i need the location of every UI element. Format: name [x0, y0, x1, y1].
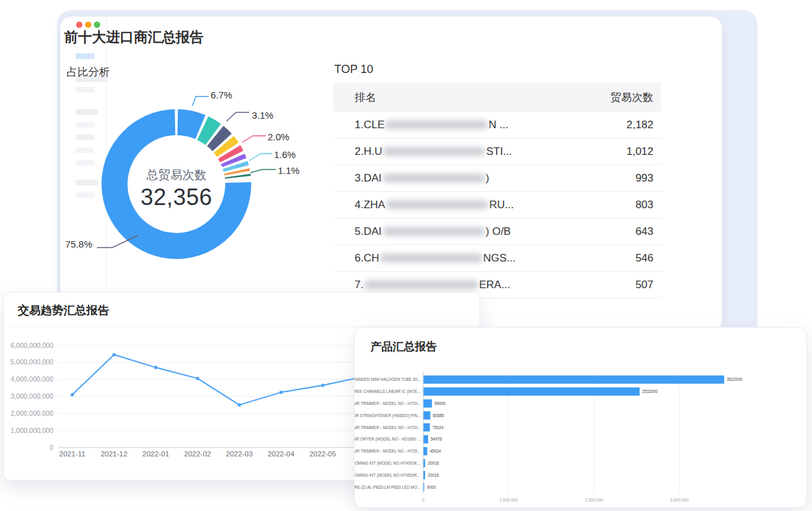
trend-x-tick: 2021-12 [101, 450, 128, 458]
product-bar-chart: 01,000,0002,000,0003,000,000UNBRANDED MI… [355, 328, 807, 508]
table-row[interactable]: 6.CHNGS...546 [333, 245, 661, 272]
pie-label-1-1: 1.1% [278, 165, 299, 176]
importer-name: 5.DAI) O/B [355, 225, 511, 238]
trade-count: 993 [636, 172, 653, 185]
product-bar[interactable] [424, 471, 426, 479]
page-title: 前十大进口商汇总报告 [64, 28, 204, 47]
product-bar[interactable] [424, 387, 640, 395]
redacted-text [381, 254, 482, 262]
table-row[interactable]: 3.DAI)993 [333, 165, 661, 192]
product-bar[interactable] [424, 399, 432, 408]
importer-name-prefix: 1.CLE [355, 119, 384, 131]
table-row[interactable]: 2.H.USTI...1,012 [333, 138, 661, 165]
importer-name-suffix: ERA... [479, 279, 510, 291]
product-x-tick: 0 [422, 498, 424, 502]
product-value-label: 9000 [427, 485, 436, 489]
table-header-row: 排名 贸易次数 [333, 83, 661, 112]
importer-name-suffix: RU... [489, 199, 514, 211]
pie-section-title: 占比分析 [67, 65, 110, 79]
trend-y-tick: 5,000,000,000 [11, 358, 53, 366]
importer-name-prefix: 2.H.U [355, 145, 382, 158]
trend-data-point[interactable] [238, 403, 241, 406]
product-bar[interactable] [424, 435, 428, 444]
product-category-label: HAIR DRYER (MODEL NO - HD1600 ... [355, 437, 421, 442]
redacted-text [383, 227, 485, 236]
product-x-tick: 1,000,000 [499, 498, 518, 502]
product-category-label: HRE-22-AL-PB33-LM PB33 LED MO... [355, 485, 421, 489]
trend-y-tick: 1,000,000,000 [11, 427, 53, 434]
trade-count: 803 [636, 199, 653, 211]
trend-y-tick: 0 [49, 444, 53, 451]
product-category-label: GROOMING KIT (MODEL NO.HT4500K... [355, 473, 421, 478]
product-report-card: 产品汇总报告 01,000,0002,000,0003,000,000UNBRA… [354, 327, 807, 508]
table-row[interactable]: 4.ZHARU...803 [333, 192, 661, 218]
product-category-label: HAIR TRIMMER - MODEL NO - HT35... [355, 449, 421, 453]
product-bar[interactable] [424, 423, 430, 432]
product-x-tick: 2,000,000 [585, 498, 603, 502]
table-row[interactable]: 5.DAI) O/B643 [333, 218, 661, 245]
product-value-label: 2532000 [642, 389, 658, 394]
product-category-label: THREE CHANNELS LINEAR IC (INTE... [355, 389, 421, 394]
sidebar-item-active[interactable] [75, 53, 95, 59]
donut-center-value: 32,356 [113, 184, 240, 211]
trend-x-tick: 2022-01 [142, 450, 169, 458]
importer-name-suffix: ) O/B [486, 225, 511, 238]
product-value-label: 99000 [435, 401, 446, 406]
product-value-label: 45024 [430, 449, 442, 453]
trend-x-tick: 2022-04 [268, 450, 295, 458]
product-value-label: 20016 [428, 473, 439, 477]
trade-count: 2,182 [626, 119, 653, 131]
table-section-title: TOP 10 [334, 63, 373, 76]
importer-name-suffix: N ... [488, 119, 508, 131]
importer-name-prefix: 4.ZHA [355, 199, 385, 211]
redacted-text [386, 201, 488, 209]
trend-data-point[interactable] [70, 393, 74, 396]
trend-y-tick: 6,000,000,000 [11, 342, 53, 349]
pie-label-75-8: 75.8% [65, 239, 93, 249]
product-bar[interactable] [424, 376, 724, 384]
count-column-header: 贸易次数 [610, 90, 653, 105]
trend-data-point[interactable] [321, 383, 324, 387]
donut-chart: 6.7% 3.1% 2.0% 1.6% 1.1% 75.8% 总贸易次数 32,… [64, 79, 320, 269]
table-body: 1.CLEN ...2,1822.H.USTI...1,0123.DAI)993… [333, 112, 661, 298]
top10-table: 排名 贸易次数 1.CLEN ...2,1822.H.USTI...1,0123… [333, 83, 661, 298]
pie-label-1-6: 1.6% [274, 149, 296, 160]
product-value-label: 80585 [433, 413, 444, 418]
rank-column-header: 排名 [355, 90, 376, 105]
trend-y-tick: 2,000,000,000 [11, 409, 53, 417]
redacted-text [383, 174, 485, 182]
trend-data-point[interactable] [196, 376, 199, 380]
product-bar[interactable] [424, 483, 424, 491]
product-value-label: 54976 [431, 437, 442, 441]
product-category-label: HAIR TRIMMER - MODEL NO - HT20... [355, 425, 421, 430]
redacted-text [386, 121, 487, 129]
importer-name: 7.ERA... [355, 279, 510, 291]
trend-data-point[interactable] [154, 366, 157, 369]
product-category-label: GROOMING KIT (MODEL NO.HT4000K... [355, 461, 421, 466]
pie-label-3-1: 3.1% [252, 110, 273, 121]
product-bar[interactable] [424, 447, 428, 455]
trend-x-tick: 2022-05 [310, 450, 336, 458]
trade-count: 643 [636, 225, 653, 238]
trend-data-point[interactable] [279, 390, 282, 394]
importer-name-prefix: 3.DAI [355, 172, 382, 185]
importer-name-prefix: 7. [355, 279, 363, 291]
table-row[interactable]: 1.CLEN ...2,182 [333, 112, 661, 138]
importer-name-prefix: 6.CH [355, 252, 379, 265]
trend-x-tick: 2022-03 [226, 450, 252, 458]
importer-name: 3.DAI) [355, 172, 489, 185]
trend-y-tick: 4,000,000,000 [11, 375, 53, 383]
product-bar[interactable] [424, 459, 426, 467]
donut-center-label: 总贸易次数 [113, 167, 240, 183]
redacted-text [365, 281, 478, 289]
trend-y-tick: 3,000,000,000 [11, 392, 53, 400]
importer-name-suffix: STI... [486, 145, 512, 158]
importer-name-suffix: NGS... [483, 252, 516, 265]
trade-count: 546 [636, 252, 653, 265]
product-bar[interactable] [424, 411, 431, 420]
trend-data-point[interactable] [112, 353, 115, 356]
product-category-label: HAIR TRIMMER - MODEL NO - HT20... [355, 401, 421, 406]
importer-name: 4.ZHARU... [355, 199, 514, 211]
importer-name-suffix: ) [486, 172, 490, 185]
product-value-label: 3522000 [727, 377, 743, 382]
